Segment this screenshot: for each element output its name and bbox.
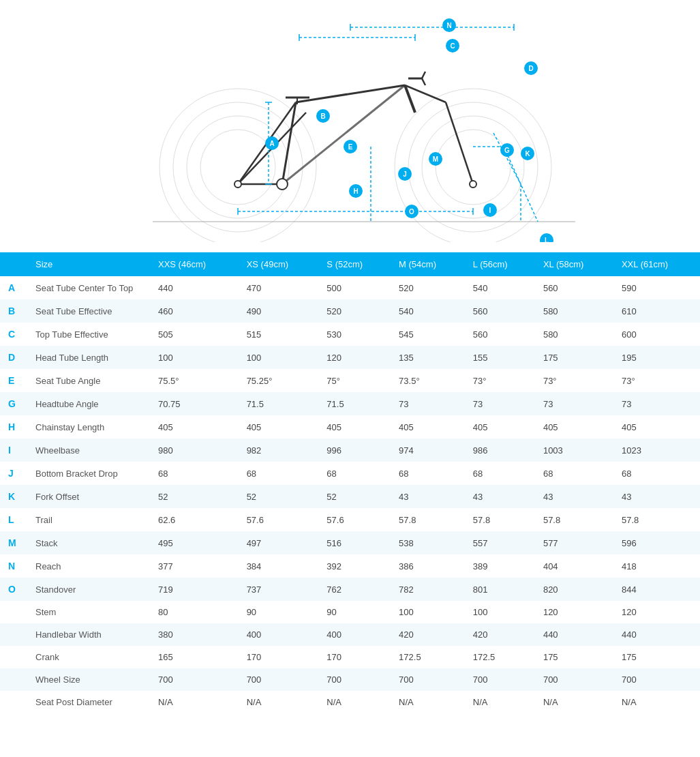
row-value: 782 — [391, 578, 465, 601]
geometry-table: Size XXS (46cm) XS (49cm) S (52cm) M (54… — [0, 252, 700, 713]
row-value: 557 — [465, 531, 535, 554]
svg-text:J: J — [403, 170, 407, 178]
row-value: 577 — [535, 531, 613, 554]
row-value: 490 — [239, 299, 319, 323]
svg-text:B: B — [320, 113, 325, 120]
row-value: 700 — [239, 668, 319, 691]
row-value: 700 — [391, 668, 465, 691]
row-value: 420 — [391, 623, 465, 646]
row-letter: G — [0, 392, 27, 415]
row-label: Wheel Size — [27, 668, 150, 691]
row-value: N/A — [318, 691, 391, 713]
row-letter: M — [0, 531, 27, 554]
row-value: 405 — [535, 415, 613, 439]
table-row: MStack495497516538557577596 — [0, 531, 700, 554]
row-value: 73° — [535, 369, 613, 392]
row-value: 68 — [613, 462, 700, 485]
row-value: 762 — [318, 578, 391, 601]
row-value: 100 — [465, 601, 535, 623]
row-value: 73 — [535, 392, 613, 415]
row-label: Head Tube Length — [27, 346, 150, 369]
svg-point-3 — [200, 130, 275, 205]
row-value: 982 — [239, 439, 319, 462]
table-row: Seat Post DiameterN/AN/AN/AN/AN/AN/AN/A — [0, 691, 700, 713]
row-label: Handlebar Width — [27, 623, 150, 646]
row-value: 100 — [150, 346, 239, 369]
row-label: Bottom Bracket Drop — [27, 462, 150, 485]
row-value: 175 — [535, 646, 613, 668]
row-label: Headtube Angle — [27, 392, 150, 415]
row-label: Stem — [27, 601, 150, 623]
row-value: 520 — [391, 276, 465, 299]
row-value: 1003 — [535, 439, 613, 462]
row-value: 405 — [239, 415, 319, 439]
row-letter: K — [0, 485, 27, 508]
row-letter: J — [0, 462, 27, 485]
row-value: 195 — [613, 346, 700, 369]
row-label: Seat Tube Angle — [27, 369, 150, 392]
col-l: L (56cm) — [465, 252, 535, 276]
row-value: 100 — [239, 346, 319, 369]
row-label: Seat Tube Center To Top — [27, 276, 150, 299]
table-row: HChainstay Length405405405405405405405 — [0, 415, 700, 439]
row-label: Seat Tube Effective — [27, 299, 150, 323]
row-value: 719 — [150, 578, 239, 601]
row-value: 43 — [535, 485, 613, 508]
row-value: 100 — [391, 601, 465, 623]
row-value: 73° — [613, 369, 700, 392]
row-value: 73.5° — [391, 369, 465, 392]
row-value: 420 — [465, 623, 535, 646]
row-label: Wheelbase — [27, 439, 150, 462]
svg-text:M: M — [432, 155, 438, 163]
row-value: 516 — [318, 531, 391, 554]
row-value: 590 — [613, 276, 700, 299]
row-value: 135 — [391, 346, 465, 369]
svg-point-0 — [159, 89, 316, 242]
row-value: 610 — [613, 299, 700, 323]
table-row: Stem809090100100120120 — [0, 601, 700, 623]
table-row: IWheelbase98098299697498610031023 — [0, 439, 700, 462]
row-value: 540 — [465, 276, 535, 299]
svg-text:G: G — [504, 147, 510, 154]
row-value: 175 — [613, 646, 700, 668]
row-value: 530 — [318, 323, 391, 346]
row-value: 844 — [613, 578, 700, 601]
row-value: 170 — [239, 646, 319, 668]
row-value: 71.5 — [239, 392, 319, 415]
row-value: 440 — [150, 276, 239, 299]
row-value: 404 — [535, 554, 613, 578]
row-value: N/A — [391, 691, 465, 713]
svg-text:L: L — [544, 237, 548, 242]
row-value: 596 — [613, 531, 700, 554]
row-value: 440 — [613, 623, 700, 646]
row-value: 440 — [535, 623, 613, 646]
col-xs: XS (49cm) — [239, 252, 319, 276]
row-value: 52 — [318, 485, 391, 508]
row-value: 57.6 — [318, 508, 391, 531]
row-value: 52 — [150, 485, 239, 508]
row-value: 996 — [318, 439, 391, 462]
row-value: 90 — [239, 601, 319, 623]
bike-diagram: A B C D E G H I J K L M — [0, 0, 700, 252]
table-row: GHeadtube Angle70.7571.571.573737373 — [0, 392, 700, 415]
table-row: BSeat Tube Effective46049052054056058061… — [0, 299, 700, 323]
row-value: 165 — [150, 646, 239, 668]
row-value: 57.6 — [239, 508, 319, 531]
row-letter — [0, 691, 27, 713]
row-value: 580 — [535, 323, 613, 346]
row-value: 43 — [465, 485, 535, 508]
table-row: ASeat Tube Center To Top4404705005205405… — [0, 276, 700, 299]
table-row: Wheel Size700700700700700700700 — [0, 668, 700, 691]
col-xl: XL (58cm) — [535, 252, 613, 276]
table-row: KFork Offset52525243434343 — [0, 485, 700, 508]
svg-text:H: H — [353, 188, 358, 195]
row-value: 75° — [318, 369, 391, 392]
svg-point-24 — [234, 181, 241, 188]
svg-point-23 — [277, 179, 288, 190]
row-value: 62.6 — [150, 508, 239, 531]
row-value: 700 — [535, 668, 613, 691]
row-value: 405 — [150, 415, 239, 439]
row-value: 73 — [465, 392, 535, 415]
row-value: 377 — [150, 554, 239, 578]
row-letter — [0, 601, 27, 623]
